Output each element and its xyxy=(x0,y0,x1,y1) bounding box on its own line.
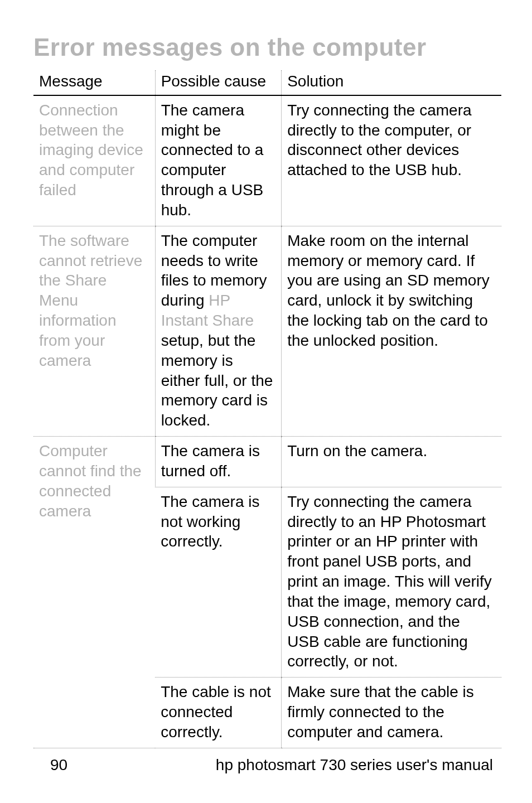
cell-message: The software cannot retrieve the Share M… xyxy=(33,226,155,436)
page-footer: 90 hp photosmart 730 series user's manua… xyxy=(0,756,532,774)
table-row: Computer cannot find the connected camer… xyxy=(33,437,501,487)
cell-solution: Try connecting the camera directly to th… xyxy=(282,95,501,226)
header-solution: Solution xyxy=(282,70,501,95)
cell-solution: Try connecting the camera directly to an… xyxy=(282,487,501,677)
cell-possible-cause: The computer needs to write files to mem… xyxy=(155,226,282,436)
table-row: The software cannot retrieve the Share M… xyxy=(33,226,501,436)
page-number: 90 xyxy=(50,756,67,774)
cell-possible-cause: The camera might be connected to a compu… xyxy=(155,95,282,226)
doc-title: hp photosmart 730 series user's manual xyxy=(216,756,493,774)
section-title: Error messages on the computer xyxy=(33,33,501,61)
cell-solution: Make room on the internal memory or memo… xyxy=(282,226,501,436)
header-possible-cause: Possible cause xyxy=(155,70,282,95)
table-header-row: Message Possible cause Solution xyxy=(33,70,501,95)
cell-solution: Turn on the camera. xyxy=(282,437,501,487)
cell-message: Computer cannot find the connected camer… xyxy=(33,437,155,748)
cell-possible-cause: The cable is not connected correctly. xyxy=(155,678,282,748)
error-table: Message Possible cause Solution Connecti… xyxy=(33,70,501,748)
table-row: Connection between the imaging device an… xyxy=(33,95,501,226)
cause-text-b: setup, but the memory is either full, or… xyxy=(161,332,273,429)
cell-possible-cause: The camera is not working correctly. xyxy=(155,487,282,677)
page: Error messages on the computer Message P… xyxy=(0,0,532,748)
cell-possible-cause: The camera is turned off. xyxy=(155,437,282,487)
cell-solution: Make sure that the cable is firmly conne… xyxy=(282,678,501,748)
cell-message: Connection between the imaging device an… xyxy=(33,95,155,226)
header-message: Message xyxy=(33,70,155,95)
